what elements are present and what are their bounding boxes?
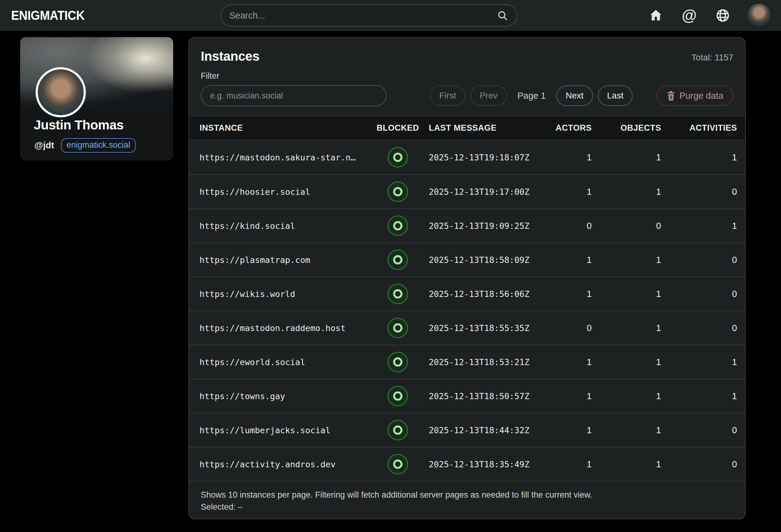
blocked-status-icon[interactable] (387, 318, 408, 338)
last-message-timestamp: 2025-12-13T19:18:07Z (429, 153, 547, 162)
instance-url[interactable]: https://wikis.world (200, 289, 367, 299)
col-header-blocked[interactable]: BLOCKED (367, 123, 429, 133)
table-row[interactable]: https://towns.gay 2025-12-13T18:50:57Z 1… (189, 379, 745, 413)
blocked-cell (367, 454, 429, 475)
blocked-cell (367, 181, 429, 202)
objects-count: 1 (592, 391, 661, 401)
last-page-button[interactable]: Last (598, 85, 633, 106)
actors-count: 1 (547, 391, 592, 401)
blocked-status-icon[interactable] (387, 181, 408, 202)
last-message-timestamp: 2025-12-13T18:35:49Z (429, 459, 547, 469)
instance-url[interactable]: https://eworld.social (200, 357, 367, 367)
instance-table-body: https://mastodon.sakura-star.n… 2025-12-… (189, 140, 745, 481)
blocked-cell (367, 352, 429, 372)
home-icon[interactable] (648, 7, 664, 24)
actors-count: 1 (547, 425, 592, 435)
last-message-timestamp: 2025-12-13T18:58:09Z (429, 255, 547, 265)
table-row[interactable]: https://hoosier.social 2025-12-13T19:17:… (189, 174, 745, 209)
table-row[interactable]: https://lumberjacks.social 2025-12-13T18… (189, 413, 745, 447)
table-header-row: INSTANCE BLOCKED LAST MESSAGE ACTORS OBJ… (189, 116, 745, 140)
col-header-instance[interactable]: INSTANCE (200, 123, 367, 133)
purge-data-button[interactable]: Purge data (656, 85, 733, 106)
last-message-timestamp: 2025-12-13T19:17:00Z (429, 187, 547, 196)
table-row[interactable]: https://plasmatrap.com 2025-12-13T18:58:… (189, 242, 745, 276)
actors-count: 1 (547, 289, 592, 299)
instance-url[interactable]: https://kind.social (200, 221, 367, 231)
blocked-status-icon[interactable] (387, 386, 408, 406)
footer-selected-text: Selected: – (201, 501, 733, 513)
activities-count: 0 (661, 187, 737, 197)
activities-count: 1 (661, 391, 737, 401)
instance-url[interactable]: https://hoosier.social (200, 187, 367, 196)
filter-label: Filter (201, 71, 733, 81)
activities-count: 1 (661, 152, 737, 163)
search-input[interactable] (229, 10, 496, 21)
blocked-cell (367, 420, 429, 440)
last-message-timestamp: 2025-12-13T18:53:21Z (429, 357, 547, 367)
col-header-actors[interactable]: ACTORS (547, 123, 592, 133)
user-avatar[interactable] (746, 3, 772, 28)
blocked-status-icon[interactable] (387, 216, 408, 236)
mentions-at-icon[interactable]: @ (681, 7, 697, 24)
actors-count: 1 (547, 255, 592, 265)
actors-count: 1 (547, 459, 592, 470)
activities-count: 0 (661, 323, 737, 333)
blocked-status-icon[interactable] (387, 284, 408, 304)
instances-panel: Instances Total: 1157 Filter First Prev … (188, 37, 746, 519)
purge-data-label: Purge data (680, 91, 724, 101)
panel-header: Instances Total: 1157 (189, 38, 745, 64)
instance-url[interactable]: https://mastodon.sakura-star.n… (200, 153, 367, 162)
total-count: Total: 1157 (692, 53, 733, 64)
profile-handle: @jdt (34, 140, 54, 150)
footer-info-text: Shows 10 instances per page. Filtering w… (201, 489, 733, 501)
profile-avatar[interactable] (36, 67, 86, 117)
instance-url[interactable]: https://plasmatrap.com (200, 255, 367, 265)
objects-count: 1 (592, 357, 661, 367)
blocked-status-icon[interactable] (387, 250, 408, 270)
blocked-status-icon[interactable] (387, 420, 408, 440)
objects-count: 1 (592, 152, 661, 163)
search-icon[interactable] (496, 9, 509, 22)
activities-count: 1 (661, 221, 737, 231)
profile-name: Justin Thomas (34, 118, 124, 133)
filter-input[interactable] (201, 85, 386, 106)
actors-count: 0 (547, 323, 592, 333)
instance-url[interactable]: https://towns.gay (200, 391, 367, 401)
activities-count: 0 (661, 425, 737, 435)
objects-count: 1 (592, 459, 661, 470)
global-search (220, 4, 518, 27)
next-page-button[interactable]: Next (557, 85, 593, 106)
table-row[interactable]: https://eworld.social 2025-12-13T18:53:2… (189, 345, 745, 379)
table-row[interactable]: https://kind.social 2025-12-13T19:09:25Z… (189, 209, 745, 242)
first-page-button[interactable]: First (430, 85, 465, 106)
col-header-last-message[interactable]: LAST MESSAGE (429, 123, 547, 133)
last-message-timestamp: 2025-12-13T18:50:57Z (429, 391, 547, 401)
table-row[interactable]: https://mastodon.sakura-star.n… 2025-12-… (189, 140, 745, 174)
last-message-timestamp: 2025-12-13T19:09:25Z (429, 221, 547, 231)
blocked-status-icon[interactable] (387, 147, 408, 168)
instance-url[interactable]: https://lumberjacks.social (200, 426, 367, 435)
instance-url[interactable]: https://mastodon.raddemo.host (200, 323, 367, 333)
col-header-objects[interactable]: OBJECTS (592, 123, 661, 133)
table-row[interactable]: https://wikis.world 2025-12-13T18:56:06Z… (189, 276, 745, 311)
blocked-status-icon[interactable] (387, 352, 408, 372)
profile-instance-badge[interactable]: enigmatick.social (61, 138, 136, 153)
actors-count: 0 (547, 221, 592, 231)
objects-count: 1 (592, 187, 661, 197)
globe-icon[interactable] (715, 7, 731, 24)
app-logo[interactable]: ENIGMATICK (11, 8, 85, 23)
blocked-cell (367, 250, 429, 270)
actors-count: 1 (547, 357, 592, 367)
col-header-activities[interactable]: ACTIVITIES (661, 123, 737, 133)
actors-count: 1 (547, 152, 592, 163)
table-row[interactable]: https://mastodon.raddemo.host 2025-12-13… (189, 311, 745, 345)
instance-url[interactable]: https://activity.andros.dev (200, 459, 367, 469)
profile-card: Justin Thomas @jdt enigmatick.social (20, 37, 173, 161)
trash-icon (666, 91, 676, 101)
prev-page-button[interactable]: Prev (470, 85, 507, 106)
controls-row: First Prev Page 1 Next Last Purge data (201, 85, 733, 106)
blocked-cell (367, 147, 429, 168)
table-row[interactable]: https://activity.andros.dev 2025-12-13T1… (189, 447, 745, 481)
page-indicator: Page 1 (518, 91, 546, 101)
blocked-status-icon[interactable] (387, 454, 408, 475)
